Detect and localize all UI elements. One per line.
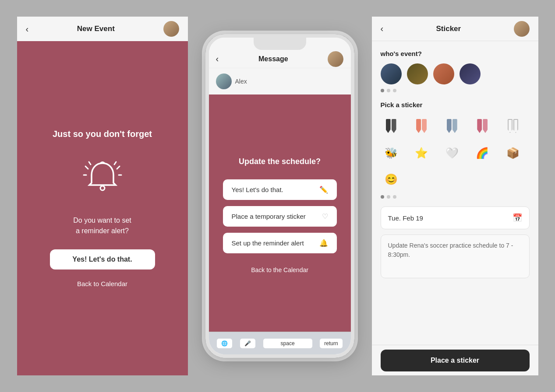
phone-frame-wrapper: ‹ Message Alex Update the schedule? [188,8,372,384]
keyboard-return[interactable]: return [320,339,342,348]
place-sticker-button[interactable]: Place a sticker [381,350,530,371]
screen3-header: ‹ Sticker [372,17,538,41]
sticker-rainbow[interactable]: 🌈 [472,142,493,164]
sticker-orange-bm[interactable] [411,115,432,137]
screen2-option-sticker-label: Place a temporary sticker [232,213,306,220]
svg-line-5 [89,162,91,164]
sticker-star[interactable]: ⭐ [411,142,432,164]
screen-sticker: ‹ Sticker who's event? Pick a sticker [372,17,538,375]
screen3-title: Sticker [436,24,461,33]
chat-name: Alex [235,78,247,85]
svg-point-0 [100,186,105,190]
screen1-back-link[interactable]: Back to Calendar [77,280,127,287]
screen2-option-yes-label: Yes! Let's do that. [232,186,283,193]
sticker-dot-3 [393,195,396,199]
note-field[interactable]: Update Rena's soccer practice schedule t… [381,234,530,278]
screen1-question: Do you want to seta reminder alert? [73,215,131,236]
screen1-body: Just so you don't forget [17,41,188,375]
screen2-option-reminder-label: Set up the reminder alert [232,239,304,247]
svg-line-6 [114,162,116,164]
screen3-body: who's event? Pick a sticker [372,41,538,345]
svg-line-3 [117,166,120,169]
sticker-dots [381,195,530,199]
dot-1 [381,89,384,92]
sticker-pink-bm[interactable] [472,115,493,137]
phone-body: Alex Update the schedule? Yes! Let's do … [209,68,351,332]
keyboard-mic-icon[interactable]: 🎤 [240,339,255,348]
bell-icon [83,157,122,196]
keyboard-globe-icon[interactable]: 🌐 [217,339,232,348]
back-button-s3[interactable]: ‹ [381,24,384,34]
date-field[interactable]: Tue. Feb 19 📅 [381,206,530,229]
chat-partial-header: Alex [209,68,351,94]
phone-notch [254,38,306,50]
sticker-bee[interactable]: 🐝 [381,142,402,164]
sticker-outline-bm[interactable] [502,115,523,137]
sticker-row-2: 🐝 ⭐ 🤍 🌈 📦 😊 [381,142,530,191]
svg-line-1 [85,166,88,169]
phone-content: Update the schedule? Yes! Let's do that.… [218,77,342,323]
sticker-heart[interactable]: 🤍 [442,142,463,164]
screen1-header: ‹ New Event [17,17,188,41]
avatar-s2 [328,51,343,67]
event-avatar-3[interactable] [433,63,454,84]
bell-icon-container [83,157,122,198]
event-avatars-row [381,63,530,84]
phone-frame: ‹ Message Alex Update the schedule? [205,34,354,358]
phone-screen: ‹ Message Alex Update the schedule? [209,38,351,354]
date-text: Tue. Feb 19 [388,214,423,222]
sticker-dot-2 [387,195,390,199]
sticker-row-1 [381,115,530,137]
dot-3 [393,89,396,92]
dot-2 [387,89,390,92]
bell-small-icon: 🔔 [319,239,328,247]
sticker-box[interactable]: 📦 [502,142,523,164]
avatar-s3 [514,21,530,37]
pick-sticker-label: Pick a sticker [381,101,530,108]
event-avatar-1[interactable] [381,63,402,84]
sticker-smiley[interactable]: 😊 [381,168,402,191]
sticker-blue-bm[interactable] [442,115,463,137]
screen1-main-title: Just so you don't forget [53,129,152,139]
back-button-s1[interactable]: ‹ [26,24,29,34]
heart-icon: ♡ [322,212,328,220]
screen3-footer: Place a sticker [372,345,538,375]
screen-new-event: ‹ New Event Just so you don't forget [17,17,188,375]
phone-keyboard: 🌐 🎤 space return [209,332,351,354]
screen1-yes-button[interactable]: Yes! Let's do that. [50,249,155,270]
chat-avatar [216,74,232,89]
note-text: Update Rena's soccer practice schedule t… [388,242,513,258]
event-avatar-4[interactable] [460,63,481,84]
avatars-dots [381,89,530,92]
whos-event-label: who's event? [381,50,530,57]
screen2-option-yes[interactable]: Yes! Let's do that. ✏️ [223,179,337,200]
screen2-title: Message [258,55,288,63]
edit-icon: ✏️ [319,186,328,194]
back-button-s2[interactable]: ‹ [216,54,219,64]
avatar-s1 [163,21,179,37]
screen2-question: Update the schedule? [239,157,321,166]
screen1-title: New Event [77,24,115,33]
screen2-option-sticker[interactable]: Place a temporary sticker ♡ [223,206,337,227]
sticker-dot-1 [381,195,384,199]
event-avatar-2[interactable] [407,63,428,84]
screen2-option-reminder[interactable]: Set up the reminder alert 🔔 [223,233,337,253]
calendar-icon: 📅 [513,213,522,223]
keyboard-space-bar[interactable]: space [263,339,312,348]
sticker-dark-bm[interactable] [381,115,402,137]
screen2-back-link[interactable]: Back to the Calendar [251,266,308,273]
